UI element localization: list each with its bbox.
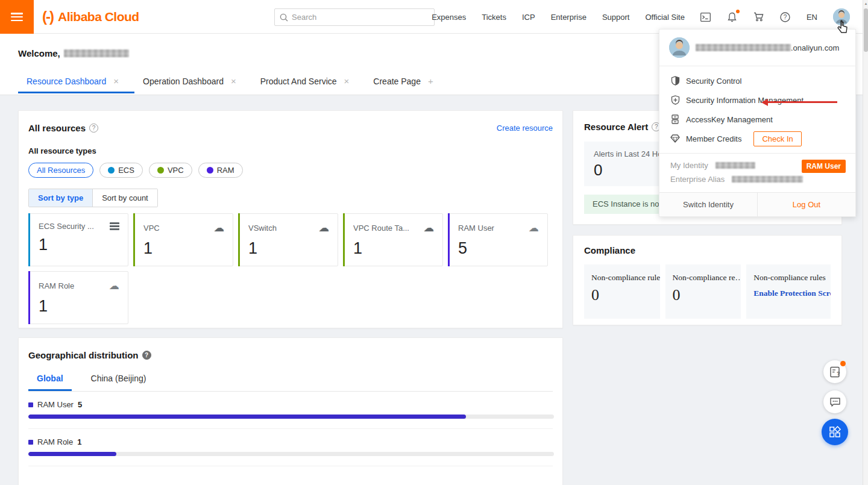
resource-card[interactable]: ECS Security ... 1 (28, 213, 128, 266)
chat-bubble-icon (829, 397, 841, 407)
console-terminal-icon[interactable] (700, 11, 711, 22)
resource-card[interactable]: VPC 1 (133, 213, 233, 266)
tab-action-icon[interactable]: + (428, 76, 433, 86)
menu-item-member-credits[interactable]: Member Credits Check In (659, 129, 855, 148)
survey-doc-icon: ? (829, 366, 840, 378)
resource-card-count: 5 (458, 239, 539, 258)
alibaba-cloud-logo[interactable]: (-) Alibaba Cloud (42, 0, 139, 34)
email-suffix: .onaliyun.com (791, 43, 839, 52)
resource-type-filter: All Resources ECS VPC RAM (28, 163, 553, 178)
resource-card[interactable]: RAM Role 1 (28, 271, 128, 324)
menu-item-security-information-management[interactable]: Security Information Management (659, 90, 855, 110)
tab-action-icon[interactable]: × (231, 76, 236, 86)
tab-action-icon[interactable]: × (113, 76, 119, 86)
dashboard-tab[interactable]: Product And Service × (252, 74, 365, 93)
resource-type-pill[interactable]: ECS (99, 163, 143, 178)
resource-card[interactable]: RAM User 5 (448, 213, 548, 266)
all-resources-card: All resources ? Create resource All reso… (18, 110, 563, 328)
resource-type-pill[interactable]: All Resources (28, 163, 93, 178)
nav-expenses[interactable]: Expenses (432, 13, 466, 22)
page-scrollbar[interactable]: ▲ (863, 0, 868, 485)
survey-fab[interactable]: ? (823, 360, 846, 383)
hamburger-menu-button[interactable] (0, 0, 34, 34)
geo-region-tab[interactable]: China (Beijing) (91, 374, 146, 391)
resource-type-pill-label: VPC (168, 166, 184, 175)
geo-bar-row: RAM Role 1 (28, 429, 553, 466)
resource-card-icon (424, 222, 434, 234)
nav-tickets[interactable]: Tickets (482, 13, 506, 22)
feedback-fab[interactable] (823, 390, 846, 413)
alibaba-logo-mark-icon: (-) (42, 8, 53, 25)
resource-type-color-dot (108, 167, 115, 174)
log-out-button[interactable]: Log Out (757, 193, 855, 216)
shield-plus-icon (670, 95, 680, 105)
compliance-title: Compliance (584, 245, 635, 255)
shield-icon (670, 76, 680, 86)
language-selector[interactable]: EN (807, 13, 817, 22)
geo-bar-label: RAM User (37, 400, 74, 409)
user-avatar[interactable] (833, 8, 850, 25)
menu-item-accesskey-management[interactable]: AccessKey Management (659, 110, 855, 129)
account-menu: Security Control Security Information Ma… (659, 66, 855, 154)
resource-card-count: 1 (248, 239, 329, 258)
sort-by-type-button[interactable]: Sort by type (29, 189, 92, 207)
menu-item-label: Member Credits (686, 134, 741, 143)
sort-by-count-button[interactable]: Sort by count (92, 189, 157, 207)
geo-bar-track (28, 415, 554, 419)
geo-help-icon[interactable]: ? (142, 351, 151, 360)
resource-card[interactable]: VSwitch 1 (238, 213, 338, 266)
enable-protection-link[interactable]: Enable Protection Screeni (753, 289, 823, 298)
scrollbar-up-arrow-icon[interactable]: ▲ (864, 2, 868, 5)
account-email: .onaliyun.com (696, 43, 839, 52)
geo-region-tab[interactable]: Global (37, 374, 63, 391)
nav-official-site[interactable]: Official Site (645, 13, 685, 22)
dashboard-tab[interactable]: Resource Dashboard × (18, 74, 134, 93)
resource-card-accent (133, 213, 135, 266)
resource-type-pill[interactable]: RAM (198, 163, 243, 178)
nav-icp[interactable]: ICP (522, 13, 535, 22)
nav-support[interactable]: Support (602, 13, 630, 22)
scrollbar-thumb[interactable] (864, 8, 868, 52)
dashboard-tab[interactable]: Operation Dashboard × (134, 74, 252, 93)
menu-item-security-control[interactable]: Security Control (659, 71, 855, 90)
create-resource-link[interactable]: Create resource (497, 124, 553, 133)
resource-alert-title: Resource Alert (584, 122, 648, 132)
switch-identity-button[interactable]: Switch Identity (659, 193, 757, 216)
tab-label: Create Page (373, 77, 421, 86)
nav-enterprise[interactable]: Enterprise (551, 13, 587, 22)
menu-item-label: Security Information Management (686, 96, 804, 105)
resource-card-accent (28, 213, 30, 266)
resource-card-icon (214, 222, 224, 234)
resource-card-label: VPC Route Ta... (353, 224, 409, 233)
search-input[interactable] (292, 13, 429, 22)
widgets-fab[interactable] (822, 419, 848, 445)
dashboard-tab[interactable]: Create Page + (365, 74, 448, 93)
global-search[interactable] (274, 8, 435, 26)
compliance-card: Compliance Non-compliance rules 0 Non-co… (573, 235, 842, 325)
account-dropdown: .onaliyun.com Security Control Security … (659, 29, 856, 217)
tab-label: Product And Service (260, 77, 337, 86)
resource-card-label: VSwitch (248, 224, 277, 233)
svg-text:?: ? (837, 370, 840, 376)
search-icon (280, 13, 288, 22)
resource-type-pill[interactable]: VPC (149, 163, 192, 178)
compliance-panel-label: Non-compliance re… (673, 273, 734, 283)
redacted-identity (715, 162, 755, 169)
dashboard-tabs: Resource Dashboard × Operation Dashboard… (18, 74, 449, 93)
all-resources-help-icon[interactable]: ? (89, 124, 98, 133)
tab-label: Resource Dashboard (27, 77, 106, 86)
geo-bar-value: 1 (77, 437, 81, 446)
help-icon[interactable]: ? (780, 11, 791, 22)
resource-card-label: RAM User (458, 224, 494, 233)
tab-action-icon[interactable]: × (344, 76, 350, 86)
compliance-panel: Non-compliance re… 0 (665, 264, 741, 319)
redacted-email (696, 44, 791, 51)
cart-icon[interactable] (753, 11, 764, 22)
menu-item-label: Security Control (686, 77, 741, 86)
hamburger-icon (11, 13, 23, 21)
compliance-panel-label: Non-compliance rules (753, 273, 823, 283)
notifications-bell-icon[interactable] (727, 11, 738, 22)
resource-card-icon (529, 222, 539, 234)
resource-card[interactable]: VPC Route Ta... 1 (343, 213, 443, 266)
check-in-button[interactable]: Check In (753, 131, 801, 146)
